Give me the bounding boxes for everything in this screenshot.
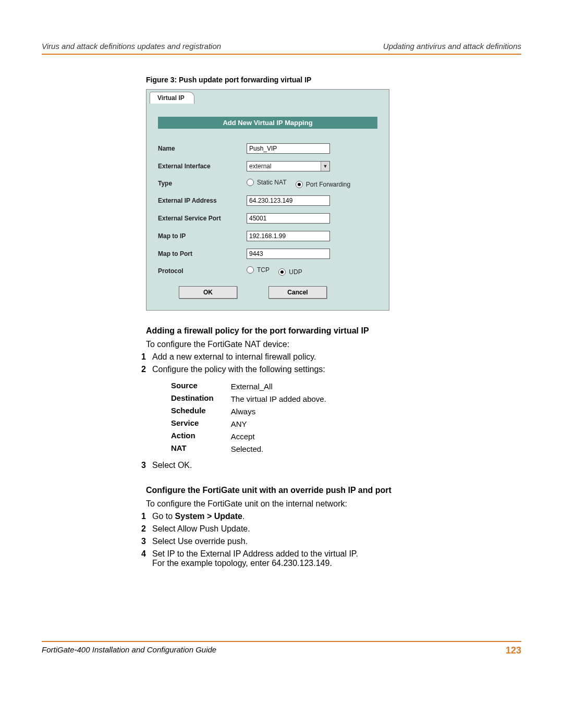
setting-val: ANY bbox=[230, 418, 327, 429]
header-left: Virus and attack definitions updates and… bbox=[42, 42, 221, 51]
label-ext-port: External Service Port bbox=[158, 215, 247, 222]
screenshot-panel: Virtual IP Add New Virtual IP Mapping Na… bbox=[146, 89, 389, 311]
list-number: 2 bbox=[125, 365, 152, 374]
list-number: 2 bbox=[125, 524, 152, 534]
section1-intro: To configure the FortiGate NAT device: bbox=[146, 340, 521, 349]
setting-key: Service bbox=[170, 418, 229, 429]
section2-intro: To configure the FortiGate unit on the i… bbox=[146, 499, 521, 509]
list-item: Configure the policy with the following … bbox=[152, 365, 521, 374]
section1-heading: Adding a firewall policy for the port fo… bbox=[146, 326, 521, 336]
header-right: Updating antivirus and attack definition… bbox=[383, 42, 521, 51]
label-protocol: Protocol bbox=[158, 267, 247, 275]
list-item: Set IP to the External IP Address added … bbox=[152, 549, 521, 568]
list-item: Add a new external to internal firewall … bbox=[152, 352, 521, 362]
list-item: Select OK. bbox=[152, 461, 521, 470]
map-port-field[interactable] bbox=[247, 249, 330, 259]
cancel-button[interactable]: Cancel bbox=[268, 286, 327, 299]
setting-val: Accept bbox=[230, 430, 327, 442]
list-number: 3 bbox=[125, 537, 152, 546]
page-footer: FortiGate-400 Installation and Configura… bbox=[42, 641, 521, 656]
label-type: Type bbox=[158, 180, 247, 187]
label-ext-if: External Interface bbox=[158, 163, 247, 170]
setting-val: Always bbox=[230, 405, 327, 417]
radio-udp[interactable]: UDP bbox=[278, 268, 302, 276]
list-number: 1 bbox=[125, 512, 152, 521]
setting-key: Source bbox=[170, 380, 229, 392]
setting-key: Destination bbox=[170, 393, 229, 404]
settings-table: SourceExternal_All DestinationThe virtua… bbox=[169, 379, 328, 455]
ext-if-value: external bbox=[249, 163, 272, 170]
chevron-down-icon: ▼ bbox=[321, 162, 329, 171]
radio-static-nat[interactable]: Static NAT bbox=[247, 179, 286, 186]
label-name: Name bbox=[158, 145, 247, 152]
radio-port-forwarding[interactable]: Port Forwarding bbox=[296, 181, 350, 188]
label-map-ip: Map to IP bbox=[158, 232, 247, 240]
setting-val: External_All bbox=[230, 380, 327, 392]
figure-caption: Figure 3: Push update port forwarding vi… bbox=[146, 76, 521, 84]
name-field[interactable] bbox=[247, 143, 330, 154]
list-item: Select Allow Push Update. bbox=[152, 524, 521, 534]
list-item: Go to System > Update. bbox=[152, 512, 521, 521]
setting-val: The virtual IP added above. bbox=[230, 393, 327, 404]
label-ext-ip: External IP Address bbox=[158, 197, 247, 204]
tab-virtual-ip[interactable]: Virtual IP bbox=[150, 92, 194, 104]
section2-heading: Configure the FortiGate unit with an ove… bbox=[146, 486, 521, 495]
ok-button[interactable]: OK bbox=[179, 286, 237, 299]
footer-left: FortiGate-400 Installation and Configura… bbox=[42, 645, 216, 656]
list-number: 1 bbox=[125, 352, 152, 362]
map-ip-field[interactable] bbox=[247, 231, 330, 241]
ext-ip-field[interactable] bbox=[247, 195, 330, 206]
radio-tcp[interactable]: TCP bbox=[247, 266, 270, 274]
setting-key: NAT bbox=[170, 443, 229, 454]
setting-val: Selected. bbox=[230, 443, 327, 454]
ext-if-select[interactable]: external ▼ bbox=[247, 161, 330, 171]
list-number: 3 bbox=[125, 461, 152, 470]
list-number: 4 bbox=[125, 549, 152, 568]
label-map-port: Map to Port bbox=[158, 250, 247, 257]
page-header: Virus and attack definitions updates and… bbox=[42, 42, 521, 55]
setting-key: Action bbox=[170, 430, 229, 442]
ext-port-field[interactable] bbox=[247, 213, 330, 224]
setting-key: Schedule bbox=[170, 405, 229, 417]
page-number: 123 bbox=[506, 645, 521, 656]
list-item: Select Use override push. bbox=[152, 537, 521, 546]
panel-title: Add New Virtual IP Mapping bbox=[158, 117, 377, 129]
tab-row: Virtual IP bbox=[146, 90, 389, 105]
